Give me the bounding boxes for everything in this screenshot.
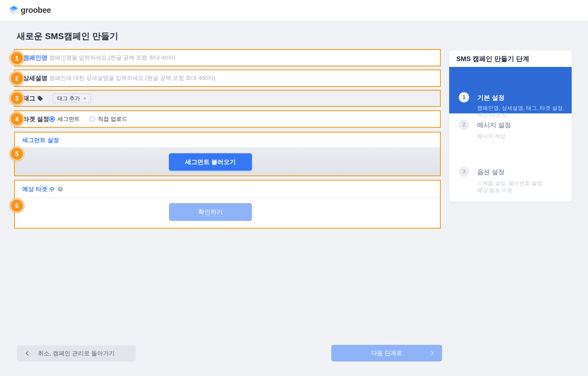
step-number-1: 1: [459, 92, 469, 102]
annotation-badge-4: 4: [9, 111, 24, 127]
step-desc-message-settings: 메시지 작성: [477, 133, 506, 139]
field-row-campaign-name: 캠페인명: [14, 49, 441, 66]
next-step-label: 다음 단계로: [333, 349, 440, 357]
confirm-button[interactable]: 확인하기: [169, 203, 252, 221]
description-input[interactable]: [49, 73, 440, 83]
chevron-left-icon: [24, 350, 30, 357]
radio-unselected-icon[interactable]: [90, 116, 95, 122]
radio-option-segment[interactable]: 세그먼트: [49, 115, 80, 123]
expected-target-body: 확인하기: [15, 198, 440, 228]
tag-icon: [37, 96, 43, 101]
step-desc-option-settings: 스케줄 설정, 발신번호 설정, 예상 발송 비용: [477, 180, 544, 193]
description-label: 상세설명: [23, 74, 49, 82]
help-icon[interactable]: ?: [58, 187, 63, 192]
app-header: groobee: [0, 0, 588, 21]
expected-target-title: 예상 타겟 수: [22, 185, 55, 193]
plus-icon: +: [83, 95, 87, 101]
annotation-badge-6: 6: [9, 198, 24, 213]
expected-target-section: 예상 타겟 수 ? 확인하기: [14, 180, 441, 229]
load-segment-button[interactable]: 세그먼트 불러오기: [169, 153, 252, 171]
segment-settings-body: 세그먼트 불러오기: [15, 148, 440, 175]
cancel-back-button[interactable]: 취소, 캠페인 관리로 돌아가기: [17, 345, 136, 361]
step-title-message-settings[interactable]: 메시지 설정: [477, 121, 511, 129]
brand-logo-text: groobee: [21, 6, 51, 15]
annotation-badge-2: 2: [9, 71, 24, 86]
chevron-right-icon: [429, 350, 435, 357]
segment-settings-title: 세그먼트 설정: [22, 136, 59, 144]
page-title: 새로운 SMS캠페인 만들기: [17, 30, 118, 42]
radio-segment-label: 세그먼트: [57, 115, 80, 123]
brand-cube-icon: [9, 6, 18, 15]
field-row-tags: 태그 태그 추가 +: [14, 90, 441, 107]
field-row-target-setting: 타겟 설정 세그먼트 직접 업로드: [14, 110, 441, 128]
tags-label-group: 태그: [23, 94, 53, 102]
annotation-badge-5: 5: [9, 146, 24, 161]
add-tag-label: 태그 추가: [57, 95, 80, 102]
expected-target-header: 예상 타겟 수 ?: [15, 181, 440, 198]
field-row-description: 상세설명: [14, 69, 441, 87]
campaign-name-input[interactable]: [49, 53, 440, 63]
cancel-back-label: 취소, 캠페인 관리로 돌아가기: [18, 349, 134, 357]
step-title-option-settings[interactable]: 옵션 설정: [477, 168, 505, 176]
step-desc-line: 예상 타겟 수: [477, 111, 564, 118]
annotation-badge-1: 1: [9, 51, 24, 66]
step-number-3: 3: [459, 167, 469, 177]
radio-option-direct-upload[interactable]: 직접 업로드: [90, 115, 127, 123]
brand-logo[interactable]: groobee: [9, 6, 51, 15]
step-desc-line: 스케줄 설정, 발신번호 설정,: [477, 180, 544, 186]
step-desc-line: 예상 발송 비용: [477, 186, 544, 193]
campaign-name-label: 캠페인명: [23, 54, 49, 62]
annotation-badge-3: 3: [9, 91, 24, 106]
tags-label: 태그: [23, 94, 35, 102]
next-step-button[interactable]: 다음 단계로: [331, 345, 442, 361]
add-tag-button[interactable]: 태그 추가 +: [53, 93, 91, 103]
radio-selected-icon[interactable]: [49, 116, 55, 122]
step-desc-basic-settings: 캠페인명, 상세설명, 태그, 타겟 설정, 예상 타겟 수: [477, 104, 564, 118]
target-setting-label: 타겟 설정: [23, 115, 49, 123]
segment-settings-header: 세그먼트 설정: [15, 133, 440, 148]
steps-sidebar-title: SMS 캠페인 만들기 단계: [456, 54, 529, 63]
step-title-basic-settings: 기본 설정: [477, 93, 505, 102]
segment-settings-section: 세그먼트 설정 세그먼트 불러오기: [14, 132, 441, 176]
page: groobee 새로운 SMS캠페인 만들기 캠페인명 상세설명 태그 태그 추…: [0, 0, 588, 376]
radio-direct-upload-label: 직접 업로드: [98, 115, 127, 123]
step-number-2: 2: [459, 120, 469, 130]
step-desc-line: 캠페인명, 상세설명, 태그, 타겟 설정,: [477, 104, 564, 111]
steps-sidebar: SMS 캠페인 만들기 단계 1 기본 설정 캠페인명, 상세설명, 태그, 타…: [449, 50, 572, 202]
